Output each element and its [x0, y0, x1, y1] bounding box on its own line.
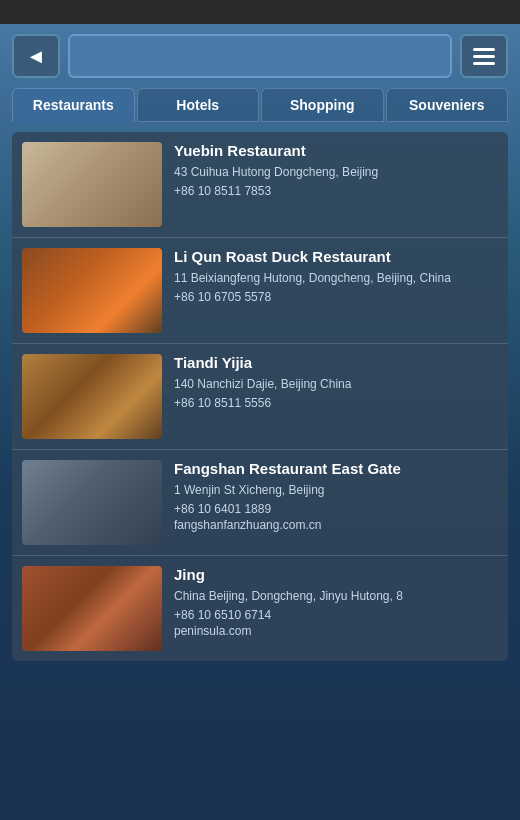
list-item[interactable]: Yuebin Restaurant43 Cuihua Hutong Dongch… [12, 132, 508, 238]
list-item[interactable]: Tiandi Yijia140 Nanchizi Dajie, Beijing … [12, 344, 508, 450]
back-arrow-icon: ◄ [26, 45, 46, 68]
restaurant-website[interactable]: peninsula.com [174, 624, 498, 638]
restaurant-address: China Beijing, Dongcheng, Jinyu Hutong, … [174, 588, 498, 605]
restaurant-info: Li Qun Roast Duck Restaurant11 Beixiangf… [174, 248, 498, 333]
restaurant-address: 1 Wenjin St Xicheng, Beijing [174, 482, 498, 499]
restaurant-name: Tiandi Yijia [174, 354, 498, 372]
restaurant-name: Li Qun Roast Duck Restaurant [174, 248, 498, 266]
list-item[interactable]: Li Qun Roast Duck Restaurant11 Beixiangf… [12, 238, 508, 344]
restaurant-name: Jing [174, 566, 498, 584]
tab-shopping[interactable]: Shopping [261, 88, 384, 122]
back-button[interactable]: ◄ [12, 34, 60, 78]
menu-button[interactable] [460, 34, 508, 78]
restaurant-info: Yuebin Restaurant43 Cuihua Hutong Dongch… [174, 142, 498, 227]
restaurant-phone[interactable]: +86 10 8511 5556 [174, 396, 498, 410]
restaurant-address: 43 Cuihua Hutong Dongcheng, Beijing [174, 164, 498, 181]
tab-restaurants[interactable]: Restaurants [12, 88, 135, 122]
tab-hotels[interactable]: Hotels [137, 88, 260, 122]
restaurant-website[interactable]: fangshanfanzhuang.com.cn [174, 518, 498, 532]
restaurant-name: Fangshan Restaurant East Gate [174, 460, 498, 478]
restaurant-info: JingChina Beijing, Dongcheng, Jinyu Huto… [174, 566, 498, 651]
restaurant-image [22, 248, 162, 333]
restaurant-phone[interactable]: +86 10 6401 1889 [174, 502, 498, 516]
restaurant-image [22, 460, 162, 545]
restaurant-image [22, 354, 162, 439]
restaurant-address: 140 Nanchizi Dajie, Beijing China [174, 376, 498, 393]
restaurant-phone[interactable]: +86 10 6510 6714 [174, 608, 498, 622]
restaurant-image [22, 566, 162, 651]
nav-bar: ◄ [0, 24, 520, 88]
nav-title-button[interactable] [68, 34, 452, 78]
restaurant-list: Yuebin Restaurant43 Cuihua Hutong Dongch… [12, 132, 508, 661]
tab-souveniers[interactable]: Souveniers [386, 88, 509, 122]
restaurant-phone[interactable]: +86 10 8511 7853 [174, 184, 498, 198]
restaurant-phone[interactable]: +86 10 6705 5578 [174, 290, 498, 304]
tabs-container: RestaurantsHotelsShoppingSouveniers [12, 88, 508, 122]
restaurant-name: Yuebin Restaurant [174, 142, 498, 160]
header-bar [0, 0, 520, 24]
hamburger-icon [473, 48, 495, 65]
list-item[interactable]: JingChina Beijing, Dongcheng, Jinyu Huto… [12, 556, 508, 661]
list-item[interactable]: Fangshan Restaurant East Gate1 Wenjin St… [12, 450, 508, 556]
restaurant-image [22, 142, 162, 227]
restaurant-address: 11 Beixiangfeng Hutong, Dongcheng, Beiji… [174, 270, 498, 287]
restaurant-info: Fangshan Restaurant East Gate1 Wenjin St… [174, 460, 498, 545]
restaurant-info: Tiandi Yijia140 Nanchizi Dajie, Beijing … [174, 354, 498, 439]
